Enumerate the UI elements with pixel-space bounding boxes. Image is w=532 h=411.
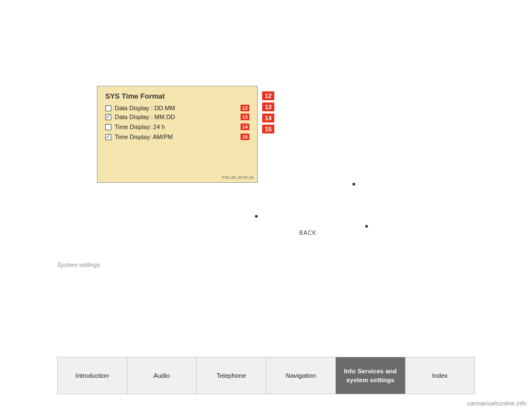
side-num-15: 15 [262,125,274,133]
nav-item-audio[interactable]: Audio [127,357,197,394]
item-num-item-ampm: 15 [241,133,249,140]
nav-item-info-services[interactable]: Info Services and system settings [336,357,406,394]
screen-item-item-ampm: Time Display: AM/PM15 [105,133,249,140]
screen-items: Data Display : DD.MM12Data Display : MM.… [105,105,249,140]
checkbox-item-mm-dd[interactable] [105,114,111,120]
screen-container: SYS Time Format Data Display : DD.MM12Da… [97,86,258,183]
nav-item-navigation[interactable]: Navigation [267,357,336,394]
bullet-2 [352,183,355,186]
screen-item-item-dd-mm: Data Display : DD.MM12 [105,105,249,111]
bullet-3 [365,225,368,228]
item-label-item-mm-dd: Data Display : MM.DD [115,114,237,120]
checkbox-item-ampm[interactable] [105,134,111,140]
item-label-item-24h: Time Display: 24 h [115,124,237,130]
item-label-item-ampm: Time Display: AM/PM [115,133,237,140]
side-num-14: 14 [262,114,274,122]
checkbox-item-dd-mm[interactable] [105,105,111,111]
item-num-item-mm-dd: 13 [241,114,249,120]
side-numbers: 12131415 [262,91,274,136]
nav-item-index[interactable]: Index [406,357,475,394]
screen-ref: P82.85-3078-26 [222,175,254,180]
system-settings-label: System settings [57,261,100,268]
screen-box: SYS Time Format Data Display : DD.MM12Da… [97,86,258,183]
screen-item-item-mm-dd: Data Display : MM.DD13 [105,114,249,120]
watermark: carmanualsonline.info [467,400,526,407]
bullet-1 [255,215,258,218]
checkbox-item-24h[interactable] [105,124,111,130]
side-num-12: 12 [262,91,274,100]
screen-title: SYS Time Format [105,92,249,100]
nav-bar: IntroductionAudioTelephoneNavigationInfo… [57,357,475,394]
item-label-item-dd-mm: Data Display : DD.MM [115,105,237,111]
nav-item-intro[interactable]: Introduction [58,357,127,394]
back-button[interactable]: BACK [299,230,316,236]
main-content: SYS Time Format Data Display : DD.MM12Da… [0,0,532,345]
side-num-13: 13 [262,102,274,111]
item-num-item-dd-mm: 12 [241,105,249,111]
nav-item-telephone[interactable]: Telephone [197,357,267,394]
item-num-item-24h: 14 [241,124,249,130]
screen-item-item-24h: Time Display: 24 h14 [105,124,249,130]
